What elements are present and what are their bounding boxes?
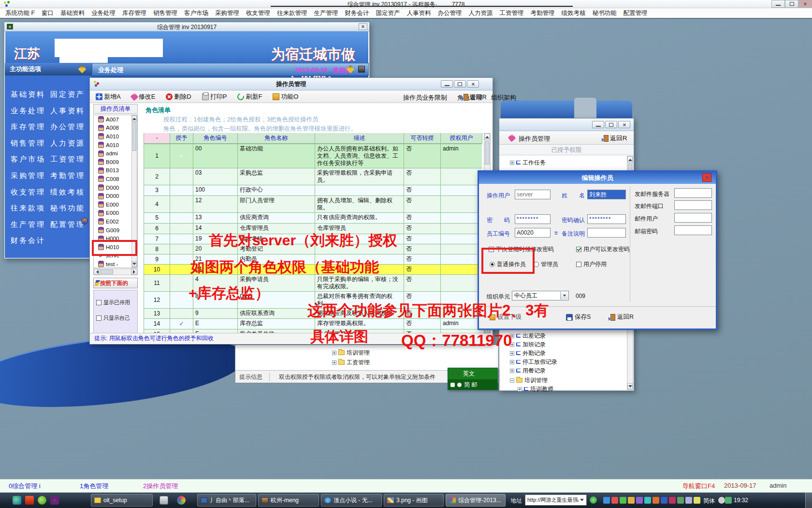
- status-tab-role[interactable]: 1角色管理: [80, 482, 108, 491]
- magnifier-icon[interactable]: [457, 383, 462, 387]
- clock[interactable]: 19:32: [734, 497, 748, 504]
- password-field[interactable]: [515, 214, 551, 224]
- tray-icon[interactable]: [644, 497, 651, 504]
- operator-list-item[interactable]: A008: [94, 124, 137, 133]
- granted-window-titlebar[interactable]: [499, 119, 634, 131]
- pencil-icon[interactable]: [78, 65, 87, 74]
- sidebar-item[interactable]: 库存管理: [11, 119, 45, 135]
- close-icon[interactable]: [359, 23, 367, 30]
- tree-node[interactable]: 加班记录: [510, 340, 557, 349]
- column-header[interactable]: 角色编号: [193, 133, 238, 144]
- menu-item[interactable]: 客户市场: [181, 8, 212, 18]
- show-desktop-button[interactable]: [805, 493, 812, 508]
- grant-cell[interactable]: [170, 196, 193, 213]
- column-header[interactable]: 授予: [170, 133, 193, 144]
- grant-cell[interactable]: [170, 244, 193, 254]
- quicklaunch-vs-icon[interactable]: [50, 496, 59, 505]
- menu-item[interactable]: 人事资料: [404, 8, 435, 18]
- status-nav[interactable]: 导航窗口F4: [682, 482, 715, 491]
- role-row[interactable]: 1 ✓ 00 基础功能 办公人员所拥有的基础权利。如文档、人员查询、信息收发、工…: [144, 144, 482, 168]
- tab-org[interactable]: 组织架构: [491, 93, 516, 102]
- role-row[interactable]: 5 13 供应商查询 只有供应商查询的权限。 否: [144, 213, 482, 224]
- column-header[interactable]: 描述: [315, 133, 404, 144]
- tray-icon[interactable]: [661, 497, 667, 504]
- mail-server-field[interactable]: [674, 188, 712, 198]
- menu-item[interactable]: 系统功能 F: [2, 8, 38, 18]
- sidebar-item[interactable]: 收支管理: [11, 184, 45, 200]
- grant-cell[interactable]: [170, 309, 193, 319]
- column-header[interactable]: 角色名称: [238, 133, 315, 144]
- scrollbar-horizontal[interactable]: [93, 269, 138, 275]
- name-field[interactable]: [587, 190, 626, 199]
- tray-icon[interactable]: [628, 497, 635, 504]
- back-button[interactable]: 返回R: [464, 93, 487, 102]
- sidebar-item[interactable]: 业务处理: [11, 103, 45, 119]
- chevron-down-icon[interactable]: [560, 292, 568, 299]
- sidebar-item[interactable]: 工资管理: [50, 151, 85, 167]
- tree-node[interactable]: 外勤记录: [510, 349, 557, 358]
- operator-list-item[interactable]: B013: [94, 166, 137, 175]
- tree-node[interactable]: 培训管理: [332, 348, 370, 357]
- user-field[interactable]: [515, 190, 551, 199]
- taskbar-button[interactable]: 杭州-meng: [258, 494, 319, 507]
- dialog-titlebar[interactable]: 编辑操作员: [479, 172, 716, 184]
- filter-button[interactable]: 按照下面的: [93, 278, 138, 288]
- close-icon[interactable]: [618, 121, 630, 128]
- chart-icon[interactable]: [358, 66, 365, 73]
- tree-node[interactable]: 培训管理: [510, 376, 548, 385]
- role-row[interactable]: 2 03 采购总监 采购管理最权限，含采购申请员。 否: [144, 168, 482, 185]
- operator-list-item[interactable]: A007: [94, 115, 137, 124]
- speaker-icon[interactable]: [718, 497, 725, 504]
- expand-icon[interactable]: [510, 360, 514, 364]
- menu-item[interactable]: 配置管理: [620, 8, 651, 18]
- tree-node[interactable]: 停工放假记录: [510, 358, 557, 366]
- tree-node[interactable]: 用餐记录: [510, 366, 557, 375]
- expand-icon[interactable]: [332, 360, 336, 365]
- taskbar-button[interactable]: oit_setup: [91, 494, 153, 507]
- quicklaunch-player-icon[interactable]: [13, 496, 21, 505]
- tab-operator-limit[interactable]: 操作员业务限制: [403, 93, 447, 102]
- expand-icon[interactable]: [332, 351, 336, 355]
- sidebar-item[interactable]: 绩效考核: [50, 184, 85, 200]
- tray-icon[interactable]: [636, 497, 643, 504]
- menu-item[interactable]: 秘书功能: [589, 8, 620, 18]
- menu-item[interactable]: 办公管理: [435, 8, 465, 18]
- tray-icon[interactable]: [620, 497, 626, 504]
- quicklaunch-pps-icon[interactable]: [38, 496, 46, 505]
- checkbox-show-disabled[interactable]: 显示已停用: [96, 299, 130, 306]
- minimize-icon[interactable]: [592, 121, 604, 128]
- tray-icon[interactable]: [603, 497, 610, 504]
- grant-cell[interactable]: [170, 254, 193, 265]
- toolbar-button[interactable]: 删除D: [166, 92, 191, 101]
- taskbar-button-active[interactable]: 综合管理-2013...: [446, 494, 506, 507]
- grant-cell[interactable]: [170, 224, 193, 234]
- operator-list-item[interactable]: G009: [94, 226, 137, 235]
- ime-lang-indicator[interactable]: 简体: [703, 497, 715, 505]
- expand-icon[interactable]: [510, 369, 514, 373]
- grant-cell[interactable]: [170, 185, 193, 196]
- employee-id-field[interactable]: [515, 228, 551, 238]
- ime-bar[interactable]: 英文 简 邮: [448, 368, 498, 390]
- toolbar-button[interactable]: 刷新F: [237, 92, 262, 101]
- menu-item[interactable]: 绩效考核: [558, 8, 589, 18]
- go-icon[interactable]: [590, 496, 597, 504]
- checkbox-show-self[interactable]: 只显示自己: [96, 314, 130, 322]
- radio-admin[interactable]: 管理员: [534, 260, 558, 269]
- mail-password-field[interactable]: [674, 225, 712, 235]
- tree-node[interactable]: 出差记录: [510, 331, 557, 340]
- grant-cell[interactable]: ✓: [170, 144, 193, 168]
- collapse-icon[interactable]: [510, 378, 514, 383]
- menu-item[interactable]: 固定资产: [373, 8, 404, 18]
- tree-node[interactable]: 工资管理: [332, 358, 370, 367]
- restore-icon[interactable]: [785, 0, 798, 8]
- sidebar-item[interactable]: 生产管理: [11, 216, 45, 233]
- printer-icon[interactable]: [160, 496, 168, 505]
- tray-icon[interactable]: [669, 497, 676, 504]
- expand-icon[interactable]: [518, 387, 522, 391]
- operator-list-item[interactable]: A010: [94, 132, 137, 141]
- minimize-icon[interactable]: [441, 80, 453, 88]
- back-button[interactable]: 返回R: [604, 134, 627, 143]
- menu-item[interactable]: 财务会计: [342, 8, 373, 18]
- tray-icon[interactable]: [685, 497, 692, 504]
- tray-icon[interactable]: [652, 497, 659, 504]
